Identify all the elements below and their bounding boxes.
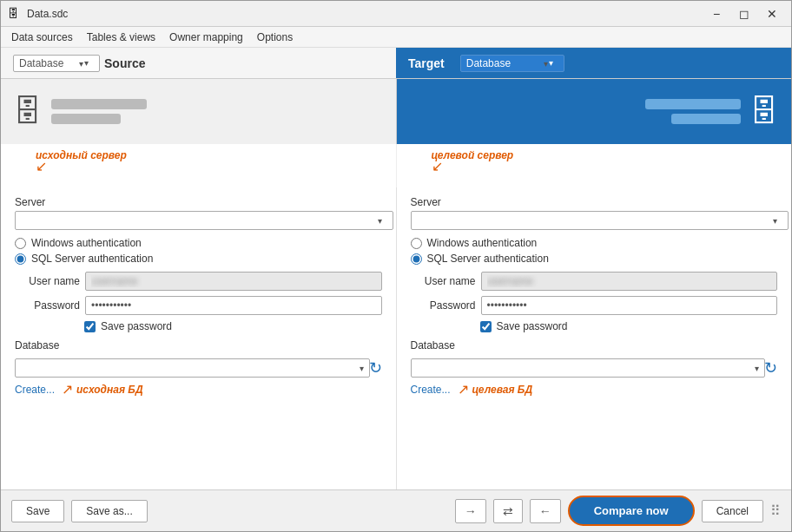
source-annotation-area: исходный сервер ↙ xyxy=(1,144,397,187)
menu-data-sources[interactable]: Data sources xyxy=(4,30,80,45)
target-password-row: Password xyxy=(411,296,778,315)
target-db-type-wrapper: Database ▾ xyxy=(460,55,553,72)
target-db-type-select[interactable]: Database xyxy=(460,55,564,72)
target-banner: 🗄 xyxy=(397,79,792,144)
source-windows-auth-row: Windows authentication xyxy=(15,237,382,249)
cancel-button[interactable]: Cancel xyxy=(702,500,763,522)
source-database-row: ▾ ↻ xyxy=(15,358,382,378)
window-title: Data.sdc xyxy=(27,8,704,20)
target-refresh-button[interactable]: ↻ xyxy=(764,358,777,378)
target-annotation-area: целевой сервер ↙ xyxy=(397,144,792,187)
target-label: Target xyxy=(408,56,445,70)
target-server-detail-blur xyxy=(671,114,741,124)
nav-forward-button[interactable]: → xyxy=(455,499,486,523)
source-sql-auth-row: SQL Server authentication xyxy=(15,253,382,265)
source-db-type-wrapper: Database ▾ xyxy=(13,55,89,72)
minimize-button[interactable]: − xyxy=(704,5,729,23)
target-windows-auth-label: Windows authentication xyxy=(427,237,538,249)
source-server-label: Server xyxy=(15,196,382,208)
annotation-row: исходный сервер ↙ целевой сервер ↙ xyxy=(1,144,791,187)
target-server-select[interactable] xyxy=(411,211,789,230)
target-auth-group: Windows authentication SQL Server authen… xyxy=(411,237,778,265)
target-server-name-blur xyxy=(645,99,741,109)
target-db-annotation-text: целевая БД xyxy=(472,384,533,396)
source-annotation-arrow: ↙ xyxy=(36,158,47,174)
source-create-area: Create... ↗ исходная БД xyxy=(15,381,382,397)
source-save-password-label: Save password xyxy=(101,320,172,332)
target-save-password-checkbox[interactable] xyxy=(480,321,492,332)
save-as-button[interactable]: Save as... xyxy=(71,500,147,522)
source-password-label: Password xyxy=(15,299,80,312)
title-bar: 🗄 Data.sdc − ◻ ✕ xyxy=(1,1,791,27)
save-button[interactable]: Save xyxy=(11,500,64,522)
source-annotation: исходный сервер ↙ xyxy=(36,149,127,174)
source-save-password-row: Save password xyxy=(84,320,382,332)
target-annotation: целевой сервер ↙ xyxy=(432,149,514,174)
target-username-label: User name xyxy=(411,275,476,287)
source-banner: 🗄 xyxy=(1,79,397,144)
source-database-select[interactable] xyxy=(15,358,370,378)
target-username-row: User name xyxy=(411,272,778,291)
target-database-select[interactable] xyxy=(411,358,766,378)
source-username-label: User name xyxy=(15,275,80,287)
footer: Save Save as... → ⇄ ← Compare now Cancel… xyxy=(1,489,791,531)
source-db-annotation-arrow: ↗ xyxy=(62,381,73,397)
target-server-info xyxy=(645,99,741,124)
source-save-password-checkbox[interactable] xyxy=(84,321,96,332)
menu-options[interactable]: Options xyxy=(250,30,300,45)
source-create-link[interactable]: Create... xyxy=(15,384,55,396)
target-db-icon: 🗄 xyxy=(749,95,779,128)
close-button[interactable]: ✕ xyxy=(760,5,784,23)
server-banner: 🗄 🗄 xyxy=(1,79,791,144)
source-password-input[interactable] xyxy=(85,296,382,315)
source-username-row: User name xyxy=(15,272,382,291)
source-windows-auth-radio[interactable] xyxy=(15,238,26,249)
menu-tables-views[interactable]: Tables & views xyxy=(80,30,162,45)
target-sql-auth-radio[interactable] xyxy=(411,253,422,265)
source-auth-group: Windows authentication SQL Server authen… xyxy=(15,237,382,265)
target-header: Target Database ▾ xyxy=(396,48,791,78)
target-username-input[interactable] xyxy=(481,272,778,291)
form-section: Server ▾ Windows authentication SQL Serv… xyxy=(1,187,791,489)
target-password-input[interactable] xyxy=(481,296,778,315)
app-icon: 🗄 xyxy=(8,7,22,21)
source-server-detail-blur xyxy=(51,114,121,124)
source-server-annotation-text: исходный сервер xyxy=(36,149,127,161)
resize-handle-icon: ⠿ xyxy=(770,502,781,519)
menu-owner-mapping[interactable]: Owner mapping xyxy=(162,30,250,45)
target-windows-auth-row: Windows authentication xyxy=(411,237,778,249)
target-save-password-row: Save password xyxy=(480,320,778,332)
source-server-select-row: ▾ xyxy=(15,211,382,230)
window-controls: − ◻ ✕ xyxy=(704,5,784,23)
source-server-select[interactable] xyxy=(15,211,393,230)
target-server-annotation-text: целевой сервер xyxy=(432,149,514,161)
target-password-label: Password xyxy=(411,299,476,312)
restore-button[interactable]: ◻ xyxy=(732,5,756,23)
source-windows-auth-label: Windows authentication xyxy=(31,237,142,249)
source-sql-auth-label: SQL Server authentication xyxy=(31,253,153,265)
source-header: Database ▾ Source xyxy=(1,48,396,78)
source-db-annotation-text: исходная БД xyxy=(76,384,143,396)
target-create-area: Create... ↗ целевая БД xyxy=(411,381,778,397)
source-sql-auth-radio[interactable] xyxy=(15,253,26,265)
source-refresh-button[interactable]: ↻ xyxy=(369,358,382,378)
connection-type-row: Database ▾ Source Target Database ▾ xyxy=(1,48,791,79)
target-server-select-row: ▾ xyxy=(411,211,778,230)
source-label: Source xyxy=(104,56,145,70)
source-form: Server ▾ Windows authentication SQL Serv… xyxy=(1,187,397,489)
target-save-password-label: Save password xyxy=(497,320,568,332)
source-username-input[interactable] xyxy=(85,272,382,291)
target-annotation-arrow: ↙ xyxy=(432,158,443,174)
target-server-label: Server xyxy=(411,196,778,208)
target-db-annotation-arrow: ↗ xyxy=(458,381,469,397)
target-sql-auth-row: SQL Server authentication xyxy=(411,253,778,265)
target-database-row: ▾ ↻ xyxy=(411,358,778,378)
source-username-input-wrapper xyxy=(85,272,382,291)
source-server-name-blur xyxy=(51,99,147,109)
target-windows-auth-radio[interactable] xyxy=(411,238,422,249)
nav-swap-button[interactable]: ⇄ xyxy=(493,499,523,523)
nav-back-button[interactable]: ← xyxy=(530,499,561,523)
target-create-link[interactable]: Create... xyxy=(411,384,451,396)
compare-now-button[interactable]: Compare now xyxy=(568,496,695,526)
source-db-type-select[interactable]: Database xyxy=(13,55,100,72)
